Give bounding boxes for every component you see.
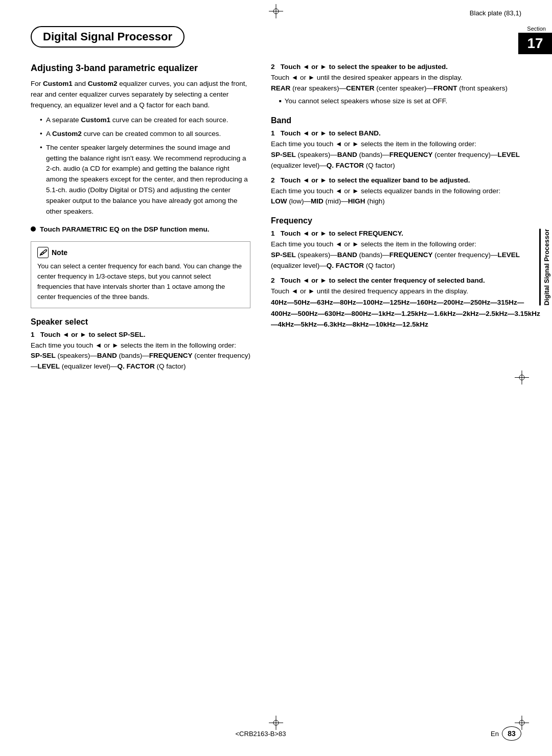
freq-step2-body: Touch ◄ or ► until the desired frequency… — [271, 286, 542, 297]
speaker-step2: 2 Touch ◄ or ► to select the speaker to … — [271, 63, 542, 107]
en-label: En — [491, 730, 499, 738]
section-box: Section 17 — [511, 26, 552, 54]
page-container: Black plate (83,1) Section 17 Digital Si… — [0, 0, 552, 756]
note-text: You can select a center frequency for ea… — [37, 261, 244, 303]
main-content: Adjusting 3-band parametric equalizer Fo… — [0, 63, 552, 377]
note-header: 🖊 Note — [37, 247, 244, 258]
speaker-step2-title: 2 Touch ◄ or ► to select the speaker to … — [271, 63, 542, 71]
note-icon: 🖊 — [37, 247, 49, 258]
frequency-heading: Frequency — [271, 216, 542, 225]
speaker-step1-body: Each time you touch ◄ or ► selects the i… — [31, 340, 250, 351]
speaker-step2-body: Touch ◄ or ► until the desired speaker a… — [271, 73, 542, 83]
list-item: The center speaker largely determines th… — [40, 143, 250, 217]
band-step2-order: LOW (low)—MID (mid)—HIGH (high) — [271, 196, 542, 207]
list-item: A Custom2 curve can be created common to… — [40, 129, 250, 140]
speaker-step2-note: You cannot select speakers whose size is… — [271, 96, 542, 107]
crosshair-top-center — [269, 4, 283, 20]
title-bar: Digital Signal Processor — [31, 26, 521, 48]
footer-right: En 83 — [491, 726, 521, 741]
band-step1: 1 Touch ◄ or ► to select BAND. Each time… — [271, 129, 542, 171]
list-item: A separate Custom1 curve can be created … — [40, 115, 250, 126]
freq-step1: 1 Touch ◄ or ► to select FREQUENCY. Each… — [271, 230, 542, 271]
speaker-step2-order: REAR (rear speakers)—CENTER (center spea… — [271, 83, 542, 94]
freq-step1-order: SP-SEL (speakers)—BAND (bands)—FREQUENCY… — [271, 250, 542, 271]
note-box: 🖊 Note You can select a center frequency… — [31, 241, 250, 308]
band-step1-order: SP-SEL (speakers)—BAND (bands)—FREQUENCY… — [271, 150, 542, 171]
band-step1-title: 1 Touch ◄ or ► to select BAND. — [271, 129, 542, 137]
freq-values: 40Hz—50Hz—63Hz—80Hz—100Hz—125Hz—160Hz—20… — [271, 297, 542, 330]
speaker-step1-title: 1 Touch ◄ or ► to select SP-SEL. — [31, 331, 250, 338]
band-step2-title: 2 Touch ◄ or ► to select the equalizer b… — [271, 176, 542, 184]
freq-step2-title: 2 Touch ◄ or ► to select the center freq… — [271, 277, 542, 284]
crosshair-right-mid — [515, 370, 529, 386]
right-column: 2 Touch ◄ or ► to select the speaker to … — [261, 63, 552, 377]
freq-step1-title: 1 Touch ◄ or ► to select FREQUENCY. — [271, 230, 542, 237]
bottom-footer: <CRB2163-B>83 En 83 — [0, 726, 552, 741]
page-number-box: 83 — [502, 726, 521, 741]
speaker-step1-order: SP-SEL (speakers)—BAND (bands)—FREQUENCY… — [31, 351, 250, 372]
side-label-container: Digital Signal Processor — [538, 165, 552, 370]
band-step1-body: Each time you touch ◄ or ► selects the i… — [271, 139, 542, 150]
black-plate-label: Black plate (83,1) — [470, 9, 521, 17]
band-step2-body: Each time you touch ◄ or ► selects equal… — [271, 186, 542, 197]
section-number: 17 — [518, 33, 552, 54]
freq-step2: 2 Touch ◄ or ► to select the center freq… — [271, 277, 542, 330]
left-column: Adjusting 3-band parametric equalizer Fo… — [0, 63, 261, 377]
page-title: Digital Signal Processor — [43, 30, 172, 43]
bullet-list: A separate Custom1 curve can be created … — [40, 115, 250, 217]
speaker-select-heading: Speaker select — [31, 317, 250, 327]
freq-step1-body: Each time you touch ◄ or ► selects the i… — [271, 239, 542, 250]
speaker-step1: 1 Touch ◄ or ► to select SP-SEL. Each ti… — [31, 331, 250, 373]
intro-text: For Custom1 and Custom2 equalizer curves… — [31, 79, 250, 111]
touch-parametric-item: Touch PARAMETRIC EQ on the DSP function … — [31, 224, 250, 235]
black-circle-icon — [31, 226, 36, 232]
title-box: Digital Signal Processor — [31, 26, 185, 48]
touch-parametric-text: Touch PARAMETRIC EQ on the DSP function … — [40, 224, 210, 235]
note-title: Note — [52, 248, 67, 257]
footer-center: <CRB2163-B>83 — [236, 730, 286, 738]
band-heading: Band — [271, 116, 542, 125]
side-label: Digital Signal Processor — [539, 229, 550, 306]
main-heading: Adjusting 3-band parametric equalizer — [31, 63, 250, 74]
section-label: Section — [511, 26, 552, 32]
band-step2: 2 Touch ◄ or ► to select the equalizer b… — [271, 176, 542, 208]
